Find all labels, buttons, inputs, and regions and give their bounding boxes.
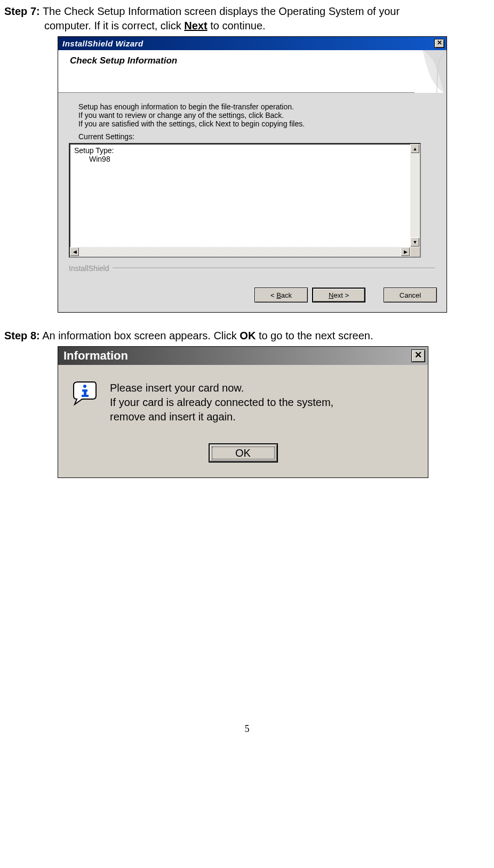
svg-point-1	[83, 385, 86, 388]
page-number: 5	[4, 723, 490, 735]
cancel-button[interactable]: Cancel	[384, 288, 437, 302]
horizontal-scrollbar[interactable]: ◀ ▶	[70, 247, 410, 257]
info-title: Information	[63, 349, 411, 363]
scroll-right-icon[interactable]: ▶	[401, 247, 410, 257]
window-title: InstallShield Wizard	[62, 39, 434, 48]
installshield-brand: InstallShield	[69, 264, 435, 273]
back-button[interactable]: < Back	[254, 288, 308, 302]
installshield-wizard-window: InstallShield Wizard ✕ Check Setup Infor…	[58, 36, 447, 313]
step7-label: Step 7:	[4, 5, 40, 17]
info-message: Please insert your card now. If your car…	[110, 381, 333, 424]
info-icon	[71, 381, 98, 424]
close-icon[interactable]: ✕	[434, 39, 444, 48]
close-icon[interactable]: ✕	[411, 349, 425, 362]
wizard-header: Check Setup Information	[58, 50, 447, 93]
step8-text: Step 8: An information box screen appear…	[4, 329, 490, 343]
wizard-button-row: < Back Next > Cancel	[58, 279, 447, 312]
page-curl-icon	[415, 50, 447, 93]
wizard-body: Setup has enough information to begin th…	[58, 93, 447, 279]
next-button[interactable]: Next >	[312, 288, 365, 302]
step8-label: Step 8:	[4, 330, 40, 341]
body-line: If you want to review or change any of t…	[78, 111, 435, 120]
current-settings-label: Current Settings:	[78, 132, 435, 141]
title-bar: InstallShield Wizard ✕	[58, 37, 447, 50]
body-line: Setup has enough information to begin th…	[78, 102, 435, 111]
scroll-left-icon[interactable]: ◀	[70, 247, 79, 257]
information-dialog: Information ✕ Please insert your card no…	[58, 346, 428, 478]
wizard-header-title: Check Setup Information	[58, 50, 447, 66]
step7-text: Step 7: The Check Setup Information scre…	[4, 4, 490, 33]
ok-button[interactable]: OK	[209, 443, 278, 463]
scroll-up-icon[interactable]: ▲	[410, 144, 420, 154]
info-button-row: OK	[58, 439, 428, 477]
vertical-scrollbar[interactable]: ▲ ▼	[410, 144, 420, 247]
body-line: If you are satisfied with the settings, …	[78, 120, 435, 128]
settings-listbox[interactable]: Setup Type: Win98 ▲ ▼ ◀ ▶	[69, 143, 421, 258]
svg-rect-4	[82, 395, 89, 397]
settings-content: Setup Type: Win98	[70, 144, 420, 165]
info-title-bar: Information ✕	[58, 347, 428, 365]
info-body: Please insert your card now. If your car…	[58, 365, 428, 439]
scroll-down-icon[interactable]: ▼	[410, 237, 420, 247]
